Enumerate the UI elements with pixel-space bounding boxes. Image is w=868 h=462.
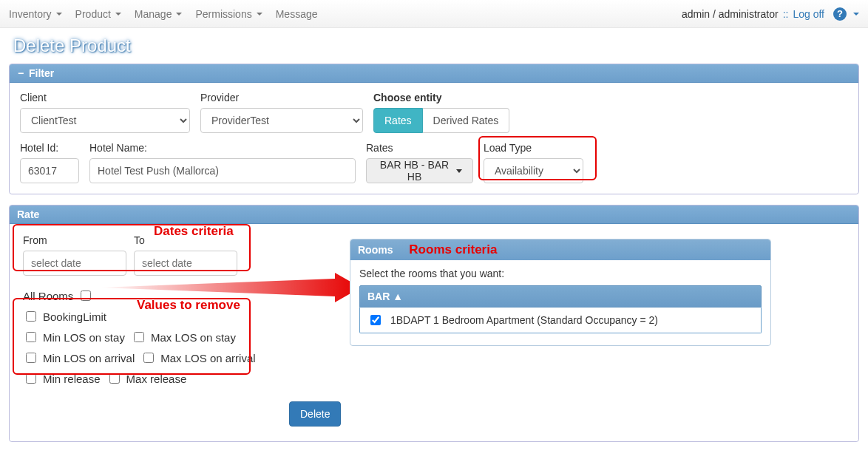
caret-icon bbox=[56, 13, 62, 16]
bookinglimit-checkbox[interactable] bbox=[26, 311, 36, 322]
max-los-arrival-label: Max LOS on arrival bbox=[160, 352, 255, 364]
room-label: 1BDAPT 1 Bedroom Apartment (Standard Occ… bbox=[390, 314, 658, 326]
help-icon[interactable]: ? bbox=[833, 7, 847, 21]
caret-icon bbox=[176, 13, 182, 16]
max-los-stay-label: Max LOS on stay bbox=[151, 331, 236, 344]
min-los-stay-checkbox[interactable] bbox=[26, 332, 36, 342]
entity-rates-button[interactable]: Rates bbox=[373, 108, 423, 133]
max-los-arrival-checkbox[interactable] bbox=[143, 353, 154, 363]
rate-header-label: Rate bbox=[17, 208, 39, 220]
to-label: To bbox=[134, 234, 237, 246]
nav-product[interactable]: Product bbox=[75, 8, 121, 20]
rooms-panel: Rooms Rooms criteria Select the rooms th… bbox=[350, 239, 771, 346]
navbar: Inventory Product Manage Permissions Mes… bbox=[0, 0, 868, 28]
rooms-instruction: Select the rooms that you want: bbox=[359, 268, 762, 279]
delete-button[interactable]: Delete bbox=[289, 401, 341, 427]
rate-panel: Rate From To Dates criteria All Rooms bbox=[9, 205, 859, 442]
caret-icon bbox=[853, 13, 859, 16]
caret-icon bbox=[456, 169, 462, 173]
load-type-label: Load Type bbox=[484, 142, 583, 154]
annotation-rooms-label: Rooms criteria bbox=[409, 242, 497, 257]
page-title: Delete Product bbox=[9, 33, 859, 64]
min-los-stay-label: Min LOS on stay bbox=[43, 331, 125, 344]
min-los-arrival-label: Min LOS on arrival bbox=[43, 352, 135, 364]
load-type-select[interactable]: Availability bbox=[484, 158, 583, 183]
rate-header[interactable]: Rate bbox=[10, 205, 858, 224]
client-select[interactable]: ClientTest bbox=[20, 108, 190, 133]
max-los-stay-checkbox[interactable] bbox=[134, 332, 144, 342]
min-release-label: Min release bbox=[43, 373, 101, 385]
separator: :: bbox=[783, 8, 789, 20]
all-rooms-checkbox[interactable] bbox=[81, 291, 91, 301]
user-label: admin / administrator bbox=[682, 8, 779, 20]
footer: XML Travelgate © 2020 bbox=[0, 452, 868, 462]
provider-label: Provider bbox=[200, 92, 363, 103]
choose-entity-label: Choose entity bbox=[373, 92, 509, 103]
from-date-input[interactable] bbox=[23, 251, 126, 276]
min-los-arrival-checkbox[interactable] bbox=[26, 353, 36, 363]
nav-inventory[interactable]: Inventory bbox=[9, 8, 62, 20]
hotel-id-input[interactable] bbox=[20, 158, 79, 183]
hotel-name-label: Hotel Name: bbox=[89, 142, 356, 154]
max-release-checkbox[interactable] bbox=[109, 373, 120, 384]
from-label: From bbox=[23, 234, 126, 246]
collapse-icon: − bbox=[17, 67, 24, 79]
entity-derived-button[interactable]: Derived Rates bbox=[423, 108, 510, 133]
nav-message[interactable]: Message bbox=[276, 8, 318, 20]
rooms-header: Rooms Rooms criteria bbox=[350, 240, 770, 260]
min-release-checkbox[interactable] bbox=[26, 373, 36, 384]
hotel-name-input[interactable] bbox=[89, 158, 356, 183]
rates-label: Rates bbox=[366, 142, 473, 154]
caret-icon bbox=[115, 13, 121, 16]
filter-header[interactable]: − Filter bbox=[10, 64, 858, 83]
provider-select[interactable]: ProviderTest bbox=[200, 108, 363, 133]
nav-permissions[interactable]: Permissions bbox=[195, 8, 262, 20]
bookinglimit-label: BookingLimit bbox=[43, 310, 106, 323]
filter-header-label: Filter bbox=[29, 67, 54, 79]
room-row[interactable]: 1BDAPT 1 Bedroom Apartment (Standard Occ… bbox=[359, 308, 762, 333]
max-release-label: Max release bbox=[126, 373, 187, 385]
all-rooms-label: All Rooms bbox=[23, 290, 73, 302]
logoff-link[interactable]: Log off bbox=[793, 8, 824, 20]
caret-icon bbox=[257, 13, 262, 16]
room-checkbox[interactable] bbox=[370, 315, 381, 325]
rooms-group-header[interactable]: BAR ▲ bbox=[359, 285, 762, 308]
hotel-id-label: Hotel Id: bbox=[20, 142, 79, 154]
client-label: Client bbox=[20, 92, 190, 103]
nav-manage[interactable]: Manage bbox=[135, 8, 183, 20]
to-date-input[interactable] bbox=[134, 251, 237, 276]
rates-dropdown[interactable]: BAR HB - BAR HB bbox=[366, 158, 473, 183]
filter-panel: − Filter Client ClientTest Provider Prov… bbox=[9, 64, 859, 194]
